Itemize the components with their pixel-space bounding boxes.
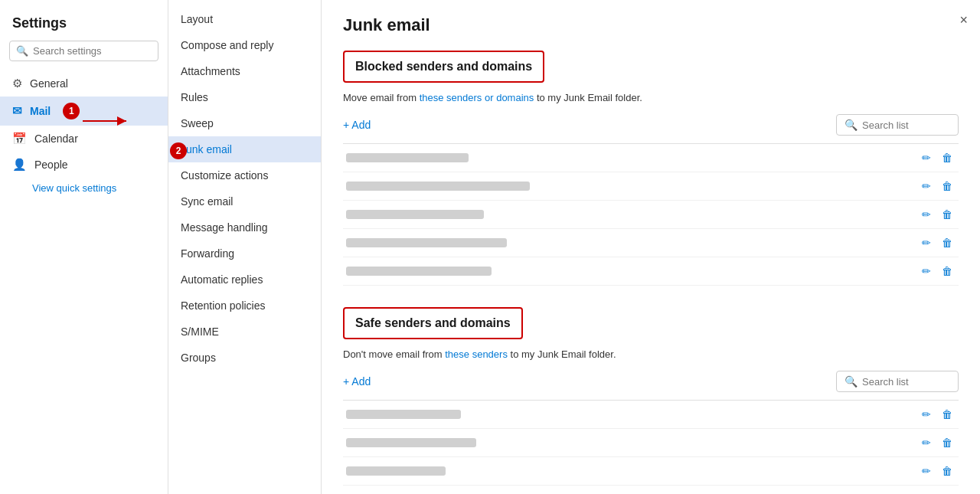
blocked-add-button[interactable]: + Add xyxy=(343,119,371,131)
table-row: ✏ 🗑 xyxy=(343,257,959,286)
blocked-desc-text2: to my Junk Email folder. xyxy=(534,92,642,103)
email-blurred-4 xyxy=(346,238,507,247)
sidebar-item-people-label: People xyxy=(34,159,68,171)
blocked-search-icon: 🔍 xyxy=(844,119,858,131)
nav-automatic-replies[interactable]: Automatic replies xyxy=(168,267,321,293)
search-settings-input[interactable] xyxy=(33,45,152,57)
email-actions-4: ✏ 🗑 xyxy=(919,235,956,250)
table-row: ✏ 🗑 xyxy=(343,201,959,229)
sidebar-item-calendar[interactable]: 📅 Calendar xyxy=(0,126,168,152)
sidebar-item-general[interactable]: ⚙ General xyxy=(0,70,168,97)
delete-button-5[interactable]: 🗑 xyxy=(939,263,956,279)
view-quick-settings-link[interactable]: View quick settings xyxy=(0,178,168,198)
nav-sync-email[interactable]: Sync email xyxy=(168,188,321,214)
blocked-search-input[interactable] xyxy=(862,119,950,131)
sidebar-item-mail[interactable]: ✉ Mail 1 xyxy=(0,97,168,126)
edit-button-1[interactable]: ✏ xyxy=(919,150,934,165)
edit-button-5[interactable]: ✏ xyxy=(919,263,934,279)
safe-email-blurred-3 xyxy=(346,466,446,476)
blocked-email-list: ✏ 🗑 ✏ 🗑 ✏ 🗑 ✏ xyxy=(343,143,959,286)
edit-button-4[interactable]: ✏ xyxy=(919,235,934,250)
nav-junk-email[interactable]: Junk email 2 xyxy=(168,136,321,162)
safe-desc-text2: to my Junk Email folder. xyxy=(508,348,616,360)
nav-message-handling[interactable]: Message handling xyxy=(168,214,321,240)
safe-edit-button-1[interactable]: ✏ xyxy=(919,407,934,422)
nav-groups[interactable]: Groups xyxy=(168,345,321,371)
email-blurred-5 xyxy=(346,267,492,276)
edit-button-3[interactable]: ✏ xyxy=(919,207,934,222)
email-actions-1: ✏ 🗑 xyxy=(919,150,956,165)
junk-badge-2: 2 xyxy=(170,142,187,159)
table-row: ✏ 🗑 xyxy=(343,144,959,172)
safe-search-input[interactable] xyxy=(862,376,950,388)
blocked-toolbar: + Add 🔍 xyxy=(343,114,959,136)
safe-search-box[interactable]: 🔍 xyxy=(836,371,959,392)
table-row: ✏ 🗑 xyxy=(343,429,959,457)
calendar-icon: 📅 xyxy=(12,132,27,146)
search-settings-box[interactable]: 🔍 xyxy=(9,41,158,61)
sidebar-item-people[interactable]: 👤 People xyxy=(0,152,168,178)
nav-layout[interactable]: Layout xyxy=(168,6,321,32)
mail-icon: ✉ xyxy=(12,104,22,118)
safe-section-desc: Don't move email from these senders to m… xyxy=(343,348,959,360)
sidebar-item-calendar-label: Calendar xyxy=(34,132,78,145)
safe-toolbar: + Add 🔍 xyxy=(343,371,959,392)
safe-add-button[interactable]: + Add xyxy=(343,375,371,388)
email-blurred-2 xyxy=(346,182,530,191)
table-row: ✏ 🗑 xyxy=(343,401,959,429)
blocked-desc-text1: Move email from xyxy=(343,92,420,103)
nav-customize-actions[interactable]: Customize actions xyxy=(168,162,321,188)
safe-email-blurred-1 xyxy=(346,410,461,419)
safe-desc-text1: Don't move email from xyxy=(343,348,445,360)
app-title: Settings xyxy=(0,9,168,41)
safe-email-list: ✏ 🗑 ✏ 🗑 ✏ 🗑 ✏ xyxy=(343,400,959,494)
table-row: ✏ 🗑 xyxy=(343,486,959,494)
edit-button-2[interactable]: ✏ xyxy=(919,178,934,194)
delete-button-3[interactable]: 🗑 xyxy=(939,207,956,222)
sidebar-item-mail-label: Mail xyxy=(30,105,51,117)
email-actions-2: ✏ 🗑 xyxy=(919,178,956,194)
email-blurred-3 xyxy=(346,210,484,219)
blocked-section: Blocked senders and domains Move email f… xyxy=(343,51,959,286)
people-icon: 👤 xyxy=(12,158,27,172)
nav-forwarding[interactable]: Forwarding xyxy=(168,240,321,267)
safe-email-actions-3: ✏ 🗑 xyxy=(919,463,956,479)
safe-delete-button-2[interactable]: 🗑 xyxy=(939,435,956,450)
delete-button-4[interactable]: 🗑 xyxy=(939,235,956,250)
safe-section-title: Safe senders and domains xyxy=(355,316,511,329)
nav-sweep[interactable]: Sweep xyxy=(168,110,321,136)
page-title: Junk email xyxy=(343,15,959,35)
nav-retention-policies[interactable]: Retention policies xyxy=(168,293,321,319)
blocked-search-box[interactable]: 🔍 xyxy=(836,114,959,136)
table-row: ✏ 🗑 xyxy=(343,172,959,201)
email-actions-3: ✏ 🗑 xyxy=(919,207,956,222)
safe-delete-button-3[interactable]: 🗑 xyxy=(939,463,956,479)
blocked-section-header-box: Blocked senders and domains xyxy=(343,51,544,83)
blocked-desc-link: these senders or domains xyxy=(420,92,534,103)
close-button[interactable]: × xyxy=(959,12,968,28)
email-blurred-1 xyxy=(346,153,469,162)
blocked-section-desc: Move email from these senders or domains… xyxy=(343,92,959,103)
safe-edit-button-3[interactable]: ✏ xyxy=(919,463,934,479)
safe-email-actions-2: ✏ 🗑 xyxy=(919,435,956,450)
nav-smime[interactable]: S/MIME xyxy=(168,319,321,345)
sidebar-item-general-label: General xyxy=(30,77,68,90)
delete-button-2[interactable]: 🗑 xyxy=(939,178,956,194)
mail-badge-1: 1 xyxy=(63,103,80,119)
safe-delete-button-1[interactable]: 🗑 xyxy=(939,407,956,422)
search-settings-icon: 🔍 xyxy=(16,45,28,57)
general-icon: ⚙ xyxy=(12,77,22,90)
email-actions-5: ✏ 🗑 xyxy=(919,263,956,279)
safe-email-blurred-2 xyxy=(346,438,476,447)
safe-email-actions-1: ✏ 🗑 xyxy=(919,407,956,422)
safe-edit-button-2[interactable]: ✏ xyxy=(919,435,934,450)
blocked-section-title: Blocked senders and domains xyxy=(355,60,532,73)
nav-rules[interactable]: Rules xyxy=(168,84,321,110)
main-content-area: × Junk email Blocked senders and domains… xyxy=(322,0,980,494)
safe-desc-link: these senders xyxy=(445,348,508,360)
table-row: ✏ 🗑 xyxy=(343,229,959,257)
table-row: ✏ 🗑 xyxy=(343,457,959,486)
nav-compose-reply[interactable]: Compose and reply xyxy=(168,32,321,58)
delete-button-1[interactable]: 🗑 xyxy=(939,150,956,165)
nav-attachments[interactable]: Attachments xyxy=(168,58,321,84)
